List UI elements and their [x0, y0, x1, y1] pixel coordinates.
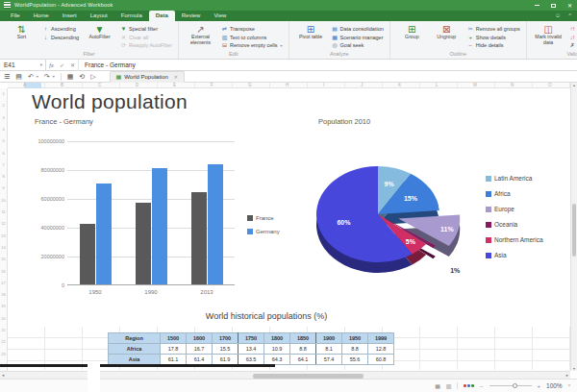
grid-view-icon[interactable]: ▦: [435, 382, 440, 389]
table-cell[interactable]: 64.3: [264, 355, 290, 365]
table-cell[interactable]: 13.4: [238, 344, 264, 355]
text-to-columns-button[interactable]: ▥Text to columns: [221, 35, 283, 41]
row-header-9[interactable]: 9: [0, 183, 7, 194]
column-header-k[interactable]: K: [398, 83, 401, 88]
special-filter-button[interactable]: ▼Special filter: [120, 26, 172, 33]
table-cell[interactable]: 60.8: [368, 355, 394, 365]
remove-empty-cells-button[interactable]: ⊟Remove empty cells▾: [221, 42, 283, 49]
tab-insert[interactable]: Insert: [56, 11, 84, 21]
status-expand-icon[interactable]: ^: [568, 383, 570, 389]
horizontal-scroll-thumb[interactable]: [253, 374, 364, 379]
name-box[interactable]: E41 ▾: [0, 60, 46, 71]
next-invalid-cell-button[interactable]: ↓!Next invalid cell: [569, 35, 577, 41]
row-header-14[interactable]: 14: [0, 242, 7, 254]
table-header-cell[interactable]: 1850: [290, 333, 316, 344]
table-header-cell[interactable]: 1900: [316, 333, 342, 344]
vertical-scroll-thumb[interactable]: [572, 204, 576, 257]
row-header-15[interactable]: 15: [0, 254, 7, 265]
external-elements-button[interactable]: ↗External elements: [185, 24, 216, 50]
pivot-table-button[interactable]: ⊞Pivot table: [295, 24, 327, 50]
row-header-23[interactable]: 23: [0, 349, 7, 360]
column-header-g[interactable]: G: [248, 83, 252, 88]
row-header-5[interactable]: 5: [0, 135, 7, 147]
table-cell[interactable]: 8.8: [290, 344, 316, 355]
column-header-m[interactable]: M: [473, 83, 477, 88]
reapply-autofilter-button[interactable]: ⟳Reapply AutoFilter: [120, 42, 172, 49]
insert-function-button[interactable]: fx: [46, 60, 57, 71]
table-cell[interactable]: 10.9: [264, 344, 290, 355]
row-header-21[interactable]: 21: [0, 325, 7, 336]
sort-button[interactable]: ⇅Sort: [6, 24, 38, 50]
row-header-17[interactable]: 17: [0, 278, 7, 289]
previous-invalid-cell-button[interactable]: ↑!Previous invalid cell: [569, 26, 577, 33]
row-header-12[interactable]: 12: [0, 218, 7, 230]
table-cell[interactable]: 63.5: [238, 355, 264, 365]
transpose-button[interactable]: ⇄Transpose: [221, 26, 283, 33]
sheet-area[interactable]: World population France - Germany 100000…: [0, 83, 570, 371]
table-cell[interactable]: 57.4: [316, 355, 342, 365]
table-cell[interactable]: 15.5: [213, 344, 238, 355]
cancel-button[interactable]: ✕: [67, 60, 78, 71]
table-header-cell[interactable]: 1750: [238, 333, 264, 344]
hide-details-button[interactable]: −Hide details: [467, 42, 520, 49]
table-header-cell[interactable]: 1999: [368, 333, 394, 344]
maximize-icon[interactable]: [551, 4, 556, 8]
table-cell[interactable]: 61.9: [213, 355, 238, 365]
table-cell[interactable]: 61.1: [161, 355, 187, 365]
column-header-f[interactable]: F: [211, 83, 213, 88]
minimize-icon[interactable]: [535, 5, 539, 6]
ungroup-button[interactable]: ⊠Ungroup: [431, 24, 463, 50]
scroll-up-icon[interactable]: ▴: [571, 83, 577, 87]
table-cell[interactable]: 61.4: [187, 355, 213, 365]
zoom-slider-knob[interactable]: [513, 383, 517, 388]
save-icon[interactable]: ▤: [15, 71, 22, 83]
ascending-button[interactable]: ↑Ascending: [42, 26, 79, 33]
column-header-l[interactable]: L: [436, 83, 439, 88]
clear-all-button[interactable]: ✕Clear all: [120, 35, 172, 41]
table-header-cell[interactable]: Region: [109, 333, 161, 344]
row-header-8[interactable]: 8: [0, 171, 7, 183]
scroll-down-icon[interactable]: ▾: [571, 366, 577, 371]
table-cell[interactable]: 55.6: [342, 355, 368, 365]
row-header-6[interactable]: 6: [0, 148, 7, 159]
table-header-cell[interactable]: 1600: [187, 333, 213, 344]
table-cell[interactable]: 12.8: [368, 344, 394, 355]
feedback-icon[interactable]: ☺: [555, 11, 561, 21]
vertical-scrollbar[interactable]: ▴ ▾: [570, 83, 577, 371]
tab-view[interactable]: View: [207, 11, 233, 21]
tab-data[interactable]: Data: [149, 11, 175, 21]
row-header-18[interactable]: 18: [0, 289, 7, 301]
menu-icon[interactable]: ☰: [4, 71, 10, 83]
tab-home[interactable]: Home: [27, 11, 56, 21]
row-header-7[interactable]: 7: [0, 159, 7, 171]
collapse-ribbon-icon[interactable]: ^: [568, 11, 571, 21]
row-header-22[interactable]: 22: [0, 336, 7, 348]
preview-icon[interactable]: ▷: [90, 71, 95, 83]
row-header[interactable]: 123456789101112131415161718192021222324: [0, 88, 8, 371]
row-header-13[interactable]: 13: [0, 231, 7, 242]
zoom-slider[interactable]: [489, 385, 532, 386]
group-button[interactable]: ⊞Group: [396, 24, 428, 50]
column-header-a[interactable]: A: [23, 83, 26, 88]
remove-marks-button[interactable]: ✗Remove marks: [569, 42, 577, 49]
goal-seek-button[interactable]: ◎Goal seek: [332, 42, 384, 49]
column-header-d[interactable]: D: [136, 83, 138, 88]
table-cell[interactable]: 8.1: [316, 344, 342, 355]
accept-button[interactable]: ✓: [57, 60, 67, 71]
row-header-16[interactable]: 16: [0, 266, 7, 278]
page-view-icon[interactable]: ▥: [446, 382, 452, 389]
tab-file[interactable]: File: [4, 11, 27, 21]
table-header-cell[interactable]: 1800: [264, 333, 290, 344]
zoom-out-icon[interactable]: −: [480, 383, 484, 389]
row-header-3[interactable]: 3: [0, 112, 7, 124]
table-header-cell[interactable]: 1700: [213, 333, 238, 344]
table-cell[interactable]: 64.1: [290, 355, 316, 365]
scenario-manager-button[interactable]: ▦Scenario manager: [332, 35, 384, 41]
refresh-icon[interactable]: ⟲: [79, 71, 85, 83]
remove-all-groups-button[interactable]: ✂Remove all groups: [467, 26, 520, 33]
document-tab[interactable]: ▦ World Population ✕: [110, 71, 185, 83]
horizontal-scrollbar[interactable]: ◂ ▸: [0, 371, 570, 379]
formula-input[interactable]: France - Germany: [78, 60, 577, 71]
column-header-e[interactable]: E: [173, 83, 176, 88]
name-box-dropdown-icon[interactable]: ▾: [40, 62, 42, 67]
